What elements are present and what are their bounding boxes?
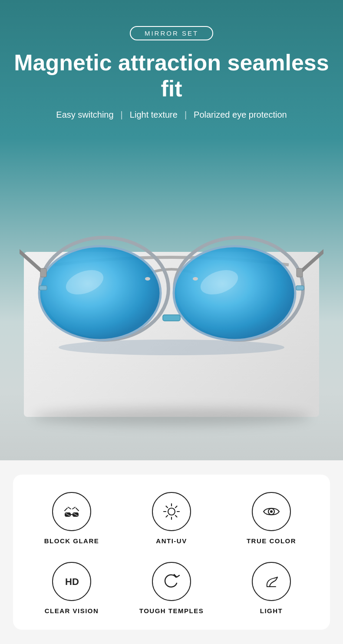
feature-circle-tough-temples [152,562,191,601]
svg-line-28 [166,506,168,508]
feature-tagline: Easy switching | Light texture | Polariz… [56,110,287,120]
svg-line-1 [20,248,43,273]
feature-label-clear-vision: CLEAR VISION [45,607,99,614]
svg-point-33 [270,510,273,513]
feature-item-true-color: TRUE COLOR [226,492,317,545]
feature-item-block-glare: BLOCK GLARE [26,492,117,545]
svg-rect-12 [296,286,304,290]
clear-vision-icon: HD [61,571,82,592]
feature-item-anti-uv: ANTI-UV [126,492,217,545]
feature-circle-block-glare [52,492,91,531]
block-glare-icon [61,501,82,522]
svg-point-0 [59,340,284,355]
feature-label-true-color: TRUE COLOR [247,537,296,545]
anti-uv-icon [161,501,182,522]
feature-circle-clear-vision: HD [52,562,91,601]
svg-rect-17 [297,268,303,277]
feature-label-tough-temples: TOUGH TEMPLES [139,607,204,614]
mirror-set-badge: MIRROR SET [130,26,213,40]
tagline-sep1: | [121,110,123,120]
tough-temples-icon [161,571,182,592]
light-icon [261,571,282,592]
feature-item-tough-temples: TOUGH TEMPLES [126,562,217,614]
features-section: BLOCK GLARE ANTI-UV [0,460,343,644]
feature-label-light: LIGHT [260,607,283,614]
svg-line-3 [300,248,323,273]
svg-line-29 [175,515,177,517]
feature-item-light: LIGHT [226,562,317,614]
tagline-feature2: Light texture [130,110,178,120]
feature-circle-anti-uv [152,492,191,531]
svg-point-15 [193,277,198,281]
feature-circle-true-color [252,492,291,531]
svg-rect-16 [40,268,46,277]
feature-item-clear-vision: HD CLEAR VISION [26,562,117,614]
svg-point-7 [39,246,161,340]
svg-text:HD: HD [65,576,79,587]
hero-section: MIRROR SET Magnetic attraction seamless … [0,0,343,460]
feature-label-anti-uv: ANTI-UV [156,537,187,545]
tagline-feature1: Easy switching [56,110,113,120]
glasses-illustration [20,208,323,356]
svg-line-30 [175,506,177,508]
svg-rect-13 [163,315,180,321]
glasses-wrapper [7,191,336,417]
feature-label-block-glare: BLOCK GLARE [44,537,99,545]
pedestal-shadow [33,408,310,426]
features-card: BLOCK GLARE ANTI-UV [13,475,330,630]
svg-point-14 [145,277,150,281]
svg-point-8 [174,246,295,340]
hero-top: MIRROR SET Magnetic attraction seamless … [0,0,343,120]
tagline-sep2: | [185,110,187,120]
main-headline: Magnetic attraction seamless fit [0,50,343,102]
tagline-feature3: Polarized eye protection [194,110,287,120]
svg-point-23 [168,508,175,515]
svg-line-31 [166,515,168,517]
true-color-icon [261,501,282,522]
feature-circle-light [252,562,291,601]
svg-rect-11 [39,286,47,290]
glasses-image-area [0,122,343,460]
